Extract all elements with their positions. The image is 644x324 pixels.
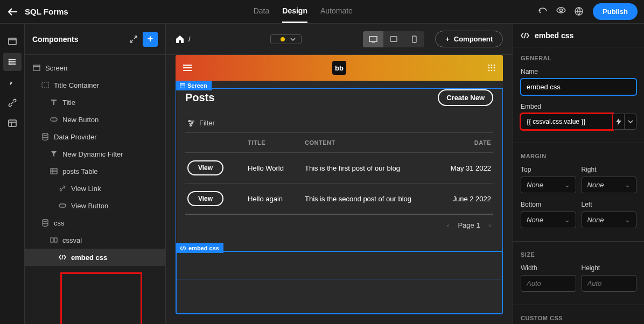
device-mobile[interactable] [404, 31, 424, 47]
table-icon [50, 167, 58, 175]
margin-bottom-select[interactable]: None⌄ [521, 212, 576, 228]
svg-rect-28 [390, 37, 397, 41]
name-input[interactable] [521, 79, 636, 95]
button-icon [50, 115, 58, 124]
rp-title: embed css [535, 31, 573, 40]
publish-button[interactable]: Publish [593, 3, 638, 20]
name-label: Name [521, 68, 636, 75]
rail-screen-icon[interactable] [3, 32, 22, 51]
svg-rect-26 [369, 37, 377, 41]
code-icon [180, 246, 186, 251]
plus-icon: + [445, 35, 450, 43]
svg-rect-10 [9, 120, 16, 126]
screen-icon [32, 64, 41, 72]
height-input[interactable] [582, 275, 637, 292]
view-button[interactable]: View [187, 191, 223, 206]
selection-label-screen[interactable]: Screen [176, 81, 212, 90]
code-icon [521, 32, 529, 39]
tree-title-container[interactable]: Title Container [25, 76, 165, 94]
tab-data[interactable]: Data [254, 0, 270, 23]
hamburger-icon[interactable] [183, 65, 192, 71]
tree-screen[interactable]: Screen [25, 59, 165, 76]
svg-point-23 [43, 220, 48, 222]
svg-point-8 [9, 62, 9, 62]
tree-new-button[interactable]: New Button [25, 111, 165, 128]
svg-rect-13 [33, 65, 40, 71]
svg-rect-2 [9, 38, 16, 45]
tree-view-button[interactable]: View Button [25, 197, 165, 214]
button-icon [58, 201, 67, 210]
width-label: Width [521, 264, 576, 272]
tree-cssval[interactable]: cssval [25, 231, 165, 249]
svg-point-17 [43, 133, 48, 136]
breadcrumb-dropdown[interactable] [270, 34, 302, 44]
chevron-down-icon [290, 38, 296, 41]
link-icon [58, 184, 67, 193]
apps-grid-icon[interactable] [488, 64, 495, 72]
create-new-button[interactable]: Create New [438, 89, 493, 106]
svg-point-38 [494, 67, 495, 69]
page-next[interactable]: › [489, 221, 491, 229]
section-size: SIZE [521, 251, 636, 258]
section-custom-css: CUSTOM CSS [521, 315, 636, 321]
undo-icon[interactable] [538, 7, 548, 17]
rail-components-icon[interactable] [3, 53, 22, 71]
svg-point-36 [488, 67, 490, 69]
globe-icon[interactable] [575, 7, 584, 17]
text-icon [50, 98, 58, 107]
margin-right-select[interactable]: None⌄ [582, 177, 637, 193]
tree-posts-table[interactable]: posts Table [25, 163, 165, 180]
embed-label: Embed [521, 103, 636, 110]
tree-data-provider[interactable]: Data Provider [25, 128, 165, 145]
page-prev[interactable]: ‹ [447, 221, 449, 229]
filter-button[interactable]: Filter [185, 114, 493, 133]
section-general: GENERAL [521, 55, 636, 61]
add-component-button[interactable]: + [143, 32, 158, 47]
svg-rect-22 [59, 204, 66, 207]
svg-rect-18 [51, 168, 57, 174]
tree-embed-css[interactable]: embed css [25, 249, 165, 266]
margin-top-label: Top [521, 166, 576, 173]
svg-point-0 [560, 9, 563, 11]
home-icon[interactable] [176, 36, 184, 43]
svg-rect-29 [412, 36, 416, 43]
svg-point-37 [491, 67, 493, 69]
back-button[interactable] [6, 6, 18, 18]
tree-view-link[interactable]: View Link [25, 180, 165, 197]
svg-rect-42 [180, 83, 185, 88]
components-title: Components [32, 35, 79, 44]
app-title: SQL Forms [25, 7, 68, 16]
breadcrumb: / [176, 34, 359, 44]
margin-top-select[interactable]: None⌄ [521, 177, 576, 193]
view-button[interactable]: View [187, 160, 223, 175]
embed-bolt-button[interactable] [613, 114, 625, 130]
selection-label-embed[interactable]: embed css [176, 243, 223, 253]
height-label: Height [582, 264, 637, 272]
svg-point-7 [9, 60, 9, 60]
svg-point-39 [488, 70, 490, 72]
table-row[interactable]: View Hello again This is the second post… [185, 183, 493, 214]
device-desktop[interactable] [363, 31, 383, 47]
device-tablet[interactable] [383, 31, 404, 47]
embed-dropdown-button[interactable] [625, 114, 636, 130]
tab-automate[interactable]: Automate [320, 0, 353, 23]
expand-icon[interactable] [130, 36, 137, 43]
margin-left-select[interactable]: None⌄ [582, 212, 637, 228]
rail-theme-icon[interactable] [3, 73, 22, 91]
rail-layout-icon[interactable] [3, 114, 22, 132]
rail-links-icon[interactable] [3, 94, 22, 112]
tree-css[interactable]: css [25, 214, 165, 231]
embed-input[interactable] [521, 114, 613, 130]
selection-outline-embed [176, 251, 503, 314]
database-icon [41, 219, 50, 227]
chevron-down-icon [628, 120, 633, 123]
svg-rect-24 [51, 238, 53, 242]
tab-design[interactable]: Design [282, 0, 307, 23]
preview-icon[interactable] [556, 7, 566, 17]
app-logo: bb [332, 61, 346, 75]
tree-dynamic-filter[interactable]: New Dynamic Filter [25, 145, 165, 163]
tree-title[interactable]: Title [25, 94, 165, 111]
table-row[interactable]: View Hello World This is the first post … [185, 152, 493, 183]
width-input[interactable] [521, 275, 576, 292]
add-component-top-button[interactable]: + Component [435, 31, 503, 47]
